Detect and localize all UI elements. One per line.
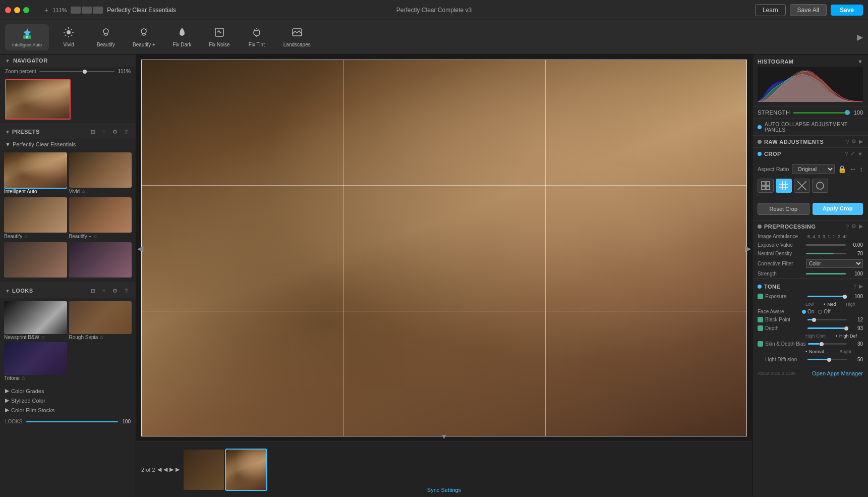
crop-grid-btn-4[interactable]: [812, 179, 828, 193]
apply-crop-button[interactable]: Apply Crop: [813, 203, 863, 215]
tone-depth-slider[interactable]: [807, 327, 847, 329]
toolbar-landscapes[interactable]: Landscapes: [276, 24, 318, 50]
crop-help[interactable]: ?: [845, 151, 848, 157]
crop-grid-btn-2[interactable]: [776, 179, 792, 193]
filmstrip-prev2[interactable]: ◀: [163, 466, 167, 473]
fix-noise-icon: [214, 27, 225, 40]
toolbar-fix-noise[interactable]: Fix Noise: [202, 24, 237, 50]
tone-med-label: Med: [827, 302, 836, 307]
zoom-slider[interactable]: [39, 71, 115, 72]
tone-sd-check[interactable]: [758, 341, 763, 347]
crop-grid-btn-1[interactable]: [758, 179, 774, 193]
crop-flip-v[interactable]: ↕: [859, 165, 863, 173]
looks-settings[interactable]: ⚙: [110, 286, 120, 295]
learn-button[interactable]: Learn: [755, 4, 786, 16]
save-button[interactable]: Save: [831, 5, 863, 16]
crop-flip-h[interactable]: ↔: [849, 165, 856, 173]
tone-help[interactable]: ?: [853, 284, 856, 290]
canvas-arrow-right[interactable]: ▶: [745, 243, 751, 253]
tone-bp-slider[interactable]: [807, 319, 847, 320]
prep-filter-select[interactable]: Color: [806, 259, 863, 268]
crop-aspect-select[interactable]: Original 1:1 4:3 16:9: [792, 164, 835, 174]
open-apps-manager[interactable]: Open Apps Manager: [812, 370, 863, 376]
toolbar-vivid[interactable]: Vivid: [51, 24, 86, 50]
sync-settings[interactable]: Sync Settings: [427, 487, 461, 493]
preset-other2[interactable]: [69, 242, 132, 280]
prep-settings[interactable]: ⚙: [851, 223, 856, 230]
crop-expand[interactable]: ⤢: [850, 150, 855, 157]
presets-chevron[interactable]: ▼: [5, 129, 10, 135]
filmstrip-thumb-2[interactable]: [226, 450, 266, 490]
filmstrip-prev[interactable]: ◀: [157, 466, 161, 473]
prep-neutral-slider[interactable]: [806, 253, 846, 254]
looks-sub-stylized[interactable]: ▶ Stylized Color: [5, 396, 131, 405]
prep-filter-row: Corrective Filter Color: [753, 258, 868, 269]
looks-grid-view[interactable]: ⊞: [88, 286, 97, 295]
preset-vivid[interactable]: Vivid ☆: [69, 152, 132, 195]
preset-intelligent-auto[interactable]: Intelligent Auto: [4, 152, 67, 195]
looks-slider[interactable]: [26, 421, 118, 422]
crop-grid-btn-3[interactable]: [794, 179, 810, 193]
looks-sub-color-grades[interactable]: ▶ Color Grades: [5, 386, 131, 396]
looks-list-view[interactable]: ≡: [99, 286, 108, 295]
tone-sd-slider[interactable]: [808, 343, 847, 345]
strength-slider[interactable]: [793, 112, 847, 114]
tone-bp-check[interactable]: [758, 317, 763, 322]
crop-action-btns: Reset Crop Apply Crop: [758, 201, 863, 217]
toolbar-beautify-plus[interactable]: + Beautify +: [126, 24, 162, 50]
prep-exp-slider[interactable]: [806, 244, 846, 246]
look-rough-sepia[interactable]: Rough Sepia ☆: [69, 301, 132, 340]
look-tritone[interactable]: Tritone ☆: [4, 342, 67, 381]
minimize-button[interactable]: [14, 7, 20, 13]
tone-face-on[interactable]: On: [802, 309, 814, 314]
looks-chevron[interactable]: ▼: [5, 288, 10, 294]
toolbar-arrow-right[interactable]: ▶: [857, 32, 863, 42]
presets-group-header[interactable]: ▼ Perfectly Clear Essentials: [0, 139, 136, 149]
crop-header[interactable]: CROP ? ⤢ ▼: [753, 148, 868, 159]
tone-exposure-slider[interactable]: [807, 296, 847, 297]
tone-exposure-check[interactable]: [758, 294, 763, 299]
prep-strength-slider[interactable]: [806, 273, 846, 274]
prep-help[interactable]: ?: [846, 224, 849, 230]
presets-grid-view[interactable]: ⊞: [88, 127, 97, 136]
save-all-button[interactable]: Save All: [790, 4, 827, 16]
filmstrip-next2[interactable]: ▶: [176, 466, 180, 473]
tone-face-off[interactable]: Off: [818, 309, 830, 314]
new-tab-icon[interactable]: +: [44, 6, 48, 14]
tone-ld-slider[interactable]: [807, 359, 847, 360]
maximize-button[interactable]: [23, 7, 29, 13]
reset-crop-button[interactable]: Reset Crop: [758, 203, 809, 215]
toolbar-fix-dark[interactable]: Fix Dark: [164, 24, 200, 50]
toolbar-beautify[interactable]: Beautify: [88, 24, 124, 50]
title-bar: + 111% Perfectly Clear Essentials Perfec…: [0, 0, 868, 20]
look-name-sepia: Rough Sepia ☆: [69, 334, 104, 341]
filmstrip-thumb-1[interactable]: [184, 450, 224, 490]
tone-header[interactable]: TONE ? ▶: [753, 281, 868, 292]
close-button[interactable]: [5, 7, 11, 13]
canvas-arrow-left[interactable]: ◀: [137, 243, 143, 253]
preprocessing-header[interactable]: PREPROCESSING ? ⚙ ▶: [753, 220, 868, 232]
crop-lock[interactable]: 🔒: [838, 165, 846, 173]
filmstrip-next[interactable]: ▶: [169, 466, 173, 473]
histogram-expand[interactable]: ▼: [857, 59, 863, 65]
toolbar-fix-tint[interactable]: Fix Tint: [239, 24, 274, 50]
looks-sub-film[interactable]: ▶ Color Film Stocks: [5, 405, 131, 415]
raw-help[interactable]: ?: [846, 139, 849, 145]
navigator-header[interactable]: ▼ NAVIGATOR: [0, 54, 136, 67]
look-newsprint-bw[interactable]: Newsprint B&W ☆: [4, 301, 67, 340]
tone-depth-check[interactable]: [758, 325, 763, 331]
presets-list-view[interactable]: ≡: [99, 127, 108, 136]
preset-other1[interactable]: [4, 242, 67, 280]
canvas-arrow-down[interactable]: ▼: [441, 432, 448, 440]
toolbar-intelligent-auto[interactable]: HD Intelligent Auto: [5, 24, 49, 50]
preset-beautify-plus[interactable]: Beautify + ☆: [69, 197, 132, 240]
auto-collapse-row[interactable]: AUTO COLLAPSE ADJUSTMENT PANELS: [753, 119, 868, 136]
presets-settings[interactable]: ⚙: [110, 127, 120, 136]
preset-beautify[interactable]: Beautify ☆: [4, 197, 67, 240]
looks-slider-label: LOOKS: [5, 419, 22, 424]
looks-help[interactable]: ?: [122, 286, 131, 295]
prep-dot: [758, 225, 762, 229]
presets-help[interactable]: ?: [122, 127, 131, 136]
raw-settings[interactable]: ⚙: [851, 138, 856, 145]
raw-adjustments-header[interactable]: RAW ADJUSTMENTS ? ⚙ ▶: [753, 136, 868, 147]
